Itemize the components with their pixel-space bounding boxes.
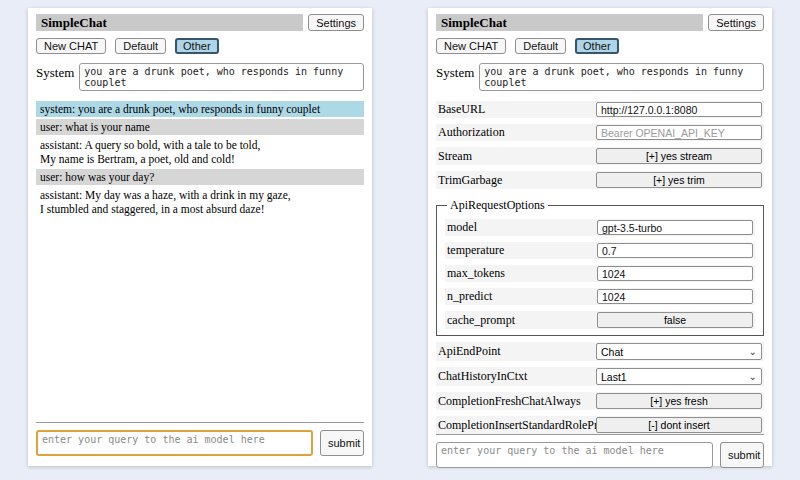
system-label: System: [436, 63, 474, 81]
chat-message-assistant: assistant: My day was a haze, with a dri…: [36, 187, 364, 217]
setting-row-temperature: temperature: [445, 242, 755, 259]
setting-label: max_tokens: [447, 266, 597, 281]
trimgarbage-toggle-button[interactable]: [+] yes trim: [596, 172, 762, 188]
api-request-options-fieldset: ApiRequestOptions model temperature max_…: [436, 198, 764, 336]
system-prompt-input[interactable]: you are a drunk poet, who responds in fu…: [479, 63, 764, 91]
settings-panel: SimpleChat Settings New CHAT Default Oth…: [428, 8, 772, 466]
system-prompt-row: System you are a drunk poet, who respond…: [436, 63, 764, 91]
setting-label: BaseURL: [438, 102, 596, 117]
setting-label: Authorization: [438, 125, 596, 140]
submit-button[interactable]: submit: [720, 442, 764, 468]
setting-row-n-predict: n_predict: [445, 288, 755, 305]
query-bar: submit: [436, 442, 764, 468]
setting-row-trimgarbage: TrimGarbage [+] yes trim: [436, 171, 764, 189]
session-tab-other[interactable]: Other: [575, 38, 619, 54]
settings-button[interactable]: Settings: [308, 14, 364, 31]
chat-message-list: system: you are a drunk poet, who respon…: [36, 101, 364, 219]
max-tokens-input[interactable]: [597, 266, 753, 281]
query-bar: submit: [36, 430, 364, 456]
system-prompt-row: System you are a drunk poet, who respond…: [36, 63, 364, 91]
new-chat-button[interactable]: New CHAT: [36, 38, 106, 54]
system-label: System: [36, 63, 74, 81]
select-value: Chat: [601, 346, 623, 358]
session-toolbar: New CHAT Default Other: [436, 38, 764, 54]
setting-row-chathistoryinctxt: ChatHistoryInCtxt Last1 ⌄: [436, 367, 764, 386]
chat-panel-header: SimpleChat Settings: [36, 14, 364, 31]
setting-row-apiendpoint: ApiEndPoint Chat ⌄: [436, 342, 764, 361]
session-tab-default[interactable]: Default: [515, 38, 566, 54]
submit-button[interactable]: submit: [320, 430, 364, 456]
setting-label: ChatHistoryInCtxt: [438, 369, 596, 384]
setting-label: model: [447, 220, 597, 235]
setting-row-authorization: Authorization: [436, 124, 764, 141]
settings-panel-header: SimpleChat Settings: [436, 14, 764, 31]
page: SimpleChat Settings New CHAT Default Oth…: [0, 0, 800, 480]
chat-message-assistant: assistant: A query so bold, with a tale …: [36, 137, 364, 167]
apiendpoint-select[interactable]: Chat ⌄: [596, 343, 762, 360]
temperature-input[interactable]: [597, 243, 753, 258]
app-title: SimpleChat: [36, 14, 303, 31]
chat-message-user: user: how was your day?: [36, 169, 364, 185]
query-input[interactable]: [36, 430, 313, 456]
fieldset-legend: ApiRequestOptions: [447, 198, 548, 213]
new-chat-button[interactable]: New CHAT: [436, 38, 506, 54]
setting-label: ApiEndPoint: [438, 344, 596, 359]
setting-label: n_predict: [447, 289, 597, 304]
setting-label: Stream: [438, 149, 596, 164]
chat-message-system: system: you are a drunk poet, who respon…: [36, 101, 364, 117]
setting-label: cache_prompt: [447, 313, 597, 328]
n-predict-input[interactable]: [597, 289, 753, 304]
settings-list: BaseURL Authorization Stream [+] yes str…: [436, 95, 764, 434]
system-prompt-input[interactable]: you are a drunk poet, who responds in fu…: [79, 63, 364, 91]
chat-message-user: user: what is your name: [36, 119, 364, 135]
spacer: [36, 219, 364, 422]
app-title: SimpleChat: [436, 14, 703, 31]
model-input[interactable]: [597, 220, 753, 235]
select-value: Last1: [601, 371, 627, 383]
session-toolbar: New CHAT Default Other: [36, 38, 364, 54]
chevron-down-icon: ⌄: [749, 347, 757, 357]
session-tab-other[interactable]: Other: [175, 38, 219, 54]
setting-row-max-tokens: max_tokens: [445, 265, 755, 282]
setting-row-stream: Stream [+] yes stream: [436, 147, 764, 165]
divider: [36, 422, 364, 423]
setting-label: temperature: [447, 243, 597, 258]
setting-row-completionfreshchatalways: CompletionFreshChatAlways [+] yes fresh: [436, 392, 764, 410]
chevron-down-icon: ⌄: [749, 372, 757, 382]
setting-row-model: model: [445, 219, 755, 236]
setting-row-baseurl: BaseURL: [436, 101, 764, 118]
divider: [436, 434, 764, 435]
setting-row-cache-prompt: cache_prompt false: [445, 311, 755, 329]
stream-toggle-button[interactable]: [+] yes stream: [596, 148, 762, 164]
authorization-input[interactable]: [596, 125, 762, 140]
setting-label: CompletionInsertStandardRolePrefix: [438, 418, 596, 433]
chathistoryinctxt-select[interactable]: Last1 ⌄: [596, 368, 762, 385]
session-tab-default[interactable]: Default: [115, 38, 166, 54]
chat-panel: SimpleChat Settings New CHAT Default Oth…: [28, 8, 372, 466]
setting-label: CompletionFreshChatAlways: [438, 394, 596, 409]
setting-label: TrimGarbage: [438, 173, 596, 188]
cache-prompt-toggle-button[interactable]: false: [597, 312, 753, 328]
settings-button[interactable]: Settings: [708, 14, 764, 31]
query-input[interactable]: [436, 442, 713, 468]
baseurl-input[interactable]: [596, 102, 762, 117]
setting-row-completioninsertstandardroleprefix: CompletionInsertStandardRolePrefix [-] d…: [436, 416, 764, 434]
completion-fresh-toggle-button[interactable]: [+] yes fresh: [596, 393, 762, 409]
completion-insert-toggle-button[interactable]: [-] dont insert: [596, 417, 762, 433]
